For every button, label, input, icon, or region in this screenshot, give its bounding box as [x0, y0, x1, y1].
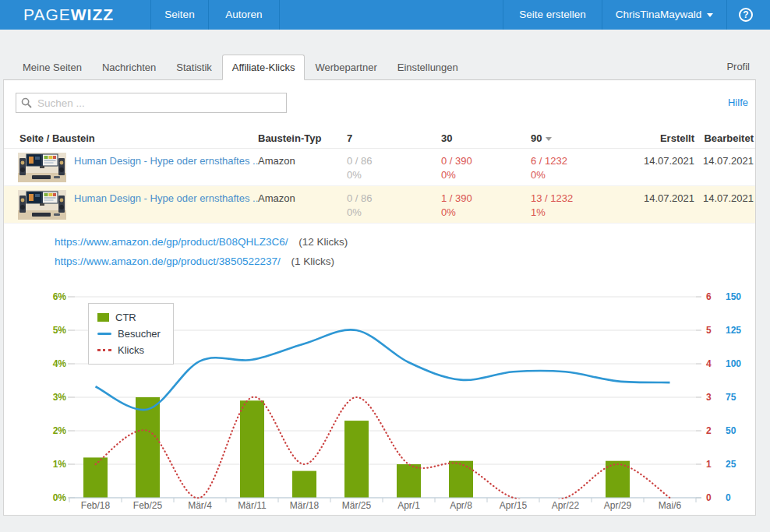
- svg-text:1%: 1%: [53, 459, 67, 470]
- search-input[interactable]: [16, 93, 287, 113]
- stat-7-days: 0 / 86 0%: [347, 154, 373, 182]
- header-divider: [726, 0, 727, 30]
- svg-text:0%: 0%: [53, 492, 67, 503]
- tab-profil[interactable]: Profil: [726, 61, 750, 72]
- affiliate-chart: 0%001%1252%2503%3754%41005%51256%6150Feb…: [4, 287, 755, 516]
- created-date: 14.07.2021: [644, 155, 694, 167]
- stat-ratio: 0 / 86: [347, 192, 373, 206]
- chevron-down-icon: [707, 13, 713, 17]
- tab-list: Meine Seiten Nachrichten Statistik Affil…: [12, 55, 468, 80]
- page-thumbnail[interactable]: [18, 190, 66, 220]
- affiliate-link-line: https://www.amazon.de/gp/product/3850522…: [55, 255, 334, 267]
- svg-text:150: 150: [726, 291, 741, 302]
- svg-text:Apr/1: Apr/1: [397, 500, 420, 511]
- svg-text:Apr/8: Apr/8: [450, 500, 472, 511]
- svg-text:Mär/11: Mär/11: [238, 500, 267, 511]
- amazon-product-link[interactable]: https://www.amazon.de/gp/product/3850522…: [55, 255, 281, 267]
- svg-text:2: 2: [706, 425, 712, 436]
- svg-text:Apr/22: Apr/22: [552, 500, 580, 511]
- svg-text:25: 25: [726, 459, 736, 470]
- user-name: ChrisTinaMaywald: [616, 9, 702, 20]
- tab-einstellungen[interactable]: Einstellungen: [387, 55, 468, 80]
- pagewizz-app: PAGEWIZZ Seiten Autoren Seite erstellen …: [0, 0, 770, 532]
- search-icon: [21, 97, 32, 108]
- ctr-bar-swatch-icon: [97, 313, 109, 322]
- stat-ratio: 6 / 1232: [531, 154, 567, 168]
- legend-label: Besucher: [118, 328, 161, 340]
- stat-percent: 0%: [531, 168, 567, 182]
- stat-30-days: 0 / 390 0%: [441, 154, 472, 182]
- legend-item-besucher[interactable]: Besucher: [97, 326, 161, 342]
- svg-text:2%: 2%: [53, 425, 67, 436]
- column-7-tage[interactable]: 7: [347, 132, 352, 144]
- stat-percent: 0%: [441, 206, 472, 220]
- svg-text:1: 1: [706, 459, 712, 470]
- table-row-selected[interactable]: Human Design - Hype oder ernsthaftes .. …: [4, 186, 755, 224]
- svg-text:Mär/4: Mär/4: [188, 500, 212, 511]
- svg-text:4: 4: [706, 358, 712, 369]
- column-90-label: 90: [531, 132, 542, 144]
- legend-item-klicks[interactable]: Klicks: [97, 342, 161, 358]
- svg-text:6%: 6%: [53, 291, 67, 302]
- stat-ratio: 0 / 86: [347, 154, 373, 168]
- svg-text:3%: 3%: [53, 392, 67, 403]
- baustein-typ-value: Amazon: [258, 155, 295, 167]
- page-title-link[interactable]: Human Design - Hype oder ernsthaftes ..: [74, 155, 258, 167]
- column-bearbeitet[interactable]: Bearbeitet: [704, 132, 754, 144]
- nav-autoren[interactable]: Autoren: [209, 0, 279, 30]
- svg-text:75: 75: [726, 392, 736, 403]
- tab-bar: Meine Seiten Nachrichten Statistik Affil…: [3, 30, 756, 80]
- column-30-tage[interactable]: 30: [441, 132, 452, 144]
- header-divider: [279, 0, 280, 30]
- svg-text:0: 0: [726, 492, 731, 503]
- svg-text:125: 125: [726, 325, 741, 336]
- stat-90-days: 6 / 1232 0%: [531, 154, 567, 182]
- affiliate-link-line: https://www.amazon.de/gp/product/B08QHLZ…: [55, 236, 348, 248]
- content-card: Hilfe Seite / Baustein Baustein-Typ 7 30…: [3, 80, 756, 516]
- sort-caret-icon: [546, 137, 552, 141]
- tab-nachrichten[interactable]: Nachrichten: [92, 55, 166, 80]
- nav-seiten[interactable]: Seiten: [151, 0, 208, 30]
- stat-30-days: 1 / 390 0%: [441, 192, 472, 220]
- stat-percent: 0%: [441, 168, 472, 182]
- amazon-product-link[interactable]: https://www.amazon.de/gp/product/B08QHLZ…: [55, 236, 288, 248]
- app-logo[interactable]: PAGEWIZZ: [23, 0, 114, 30]
- table-row[interactable]: Human Design - Hype oder ernsthaftes .. …: [4, 149, 755, 186]
- tab-statistik[interactable]: Statistik: [166, 55, 222, 80]
- stat-7-days: 0 / 86 0%: [347, 192, 373, 220]
- create-page-button[interactable]: Seite erstellen: [503, 0, 602, 30]
- stat-ratio: 13 / 1232: [531, 192, 573, 206]
- svg-text:100: 100: [726, 358, 741, 369]
- chart-legend: CTR Besucher Klicks: [88, 303, 174, 365]
- user-menu[interactable]: ChrisTinaMaywald: [602, 0, 726, 30]
- tab-affiliate-klicks[interactable]: Affiliate-Klicks: [222, 55, 306, 80]
- svg-text:5%: 5%: [53, 325, 67, 336]
- tab-werbepartner[interactable]: Werbepartner: [305, 55, 387, 80]
- column-90-tage-sorted[interactable]: 90: [531, 132, 552, 144]
- tab-meine-seiten[interactable]: Meine Seiten: [12, 55, 92, 80]
- created-date: 14.07.2021: [644, 192, 694, 204]
- desk-scene-image: [18, 190, 66, 220]
- click-count: (12 Klicks): [298, 236, 348, 248]
- svg-text:Feb/25: Feb/25: [133, 500, 163, 511]
- column-erstellt[interactable]: Erstellt: [660, 132, 694, 144]
- stat-percent: 0%: [347, 168, 373, 182]
- page-thumbnail[interactable]: [18, 153, 66, 182]
- svg-text:0: 0: [706, 492, 712, 503]
- column-seite-baustein[interactable]: Seite / Baustein: [19, 132, 95, 144]
- legend-item-ctr[interactable]: CTR: [97, 309, 161, 326]
- page-title-link[interactable]: Human Design - Hype oder ernsthaftes ..: [74, 192, 258, 204]
- legend-label: Klicks: [118, 344, 144, 356]
- svg-text:6: 6: [706, 291, 712, 302]
- column-baustein-typ[interactable]: Baustein-Typ: [258, 132, 321, 144]
- legend-label: CTR: [115, 312, 136, 323]
- top-header: PAGEWIZZ Seiten Autoren Seite erstellen …: [0, 0, 770, 30]
- help-link[interactable]: Hilfe: [728, 97, 748, 108]
- svg-text:Apr/29: Apr/29: [604, 500, 632, 511]
- svg-text:Mär/25: Mär/25: [342, 500, 372, 511]
- svg-text:Mär/18: Mär/18: [290, 500, 320, 511]
- logo-part-bold: WIZZ: [71, 5, 114, 23]
- help-icon[interactable]: ?: [739, 8, 753, 22]
- svg-text:5: 5: [706, 325, 712, 336]
- svg-text:4%: 4%: [53, 358, 67, 369]
